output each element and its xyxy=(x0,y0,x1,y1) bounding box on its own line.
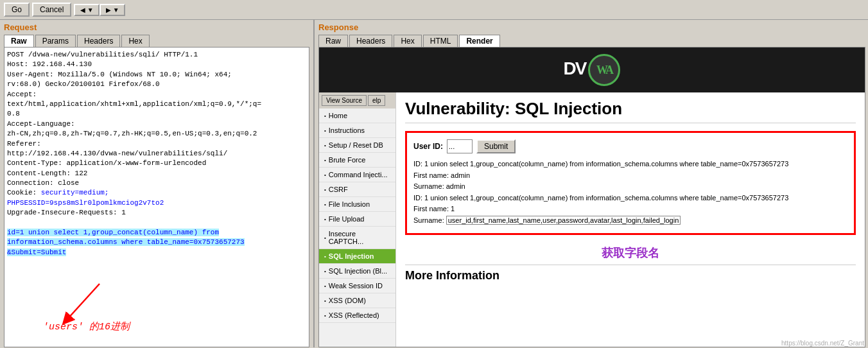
arrow-svg xyxy=(61,281,112,326)
help-button[interactable]: elp xyxy=(368,95,385,106)
nav-item-xss-(dom)[interactable]: •XSS (DOM) xyxy=(319,293,395,308)
surname-highlight: user_id,first_name,last_name,user,passwo… xyxy=(446,216,681,225)
tab-response-render[interactable]: Render xyxy=(459,35,499,47)
tab-response-html[interactable]: HTML xyxy=(423,35,458,47)
svg-line-0 xyxy=(67,284,100,319)
nav-item-xss-(reflected)[interactable]: •XSS (Reflected) xyxy=(319,308,395,323)
response-content: DVWA View Source elp • Home •Instruction… xyxy=(318,47,865,347)
request-text: POST /dvwa-new/vulnerabilities/sqli/ HTT… xyxy=(7,50,306,257)
nav-item-instructions[interactable]: •Instructions xyxy=(319,123,395,138)
tab-response-hex[interactable]: Hex xyxy=(394,35,421,47)
nav-item-sql-injection[interactable]: •SQL Injection xyxy=(319,249,395,264)
nav-item-sql-injection-(bl...[interactable]: •SQL Injection (Bl... xyxy=(319,264,395,279)
nav-buttons: ◀ ▼ ▶ ▼ xyxy=(74,4,125,16)
nav-item-command-injecti...[interactable]: •Command Injecti... xyxy=(319,168,395,182)
view-source-button[interactable]: View Source xyxy=(322,95,367,106)
watermark: https://blog.csdn.net/Z_Grant xyxy=(781,340,864,347)
dvwa-logo: DVWA xyxy=(564,54,621,86)
tab-response-raw[interactable]: Raw xyxy=(318,35,348,47)
request-tabs: Raw Params Headers Hex xyxy=(0,33,313,47)
tab-headers[interactable]: Headers xyxy=(77,35,120,47)
main-container: Request Raw Params Headers Hex POST /dvw… xyxy=(0,20,868,347)
nav-item-csrf[interactable]: •CSRF xyxy=(319,182,395,197)
nav-item-setup-/-reset-db[interactable]: •Setup / Reset DB xyxy=(319,138,395,153)
response-title: Response xyxy=(315,20,868,33)
cancel-button[interactable]: Cancel xyxy=(32,3,71,17)
submit-button[interactable]: Submit xyxy=(476,139,516,153)
annotation-text: 'users' 的16进制 xyxy=(43,320,130,334)
right-panel: Response Raw Headers Hex HTML Render DVW… xyxy=(315,20,868,347)
nav-items-container: •Instructions•Setup / Reset DB•Brute For… xyxy=(319,123,395,323)
nav-item-file-upload[interactable]: •File Upload xyxy=(319,212,395,227)
nav-item-insecure-captch...[interactable]: •Insecure CAPTCH... xyxy=(319,227,395,249)
view-source-bar: View Source elp xyxy=(319,92,396,109)
nav-item-brute-force[interactable]: •Brute Force xyxy=(319,153,395,168)
dvwa-sidebar: View Source elp • Home •Instructions•Set… xyxy=(319,92,396,347)
back-button[interactable]: ◀ ▼ xyxy=(74,4,100,16)
more-info: More Information xyxy=(405,265,856,283)
dvwa-app: View Source elp • Home •Instructions•Set… xyxy=(319,92,865,347)
user-id-label: User ID: xyxy=(413,142,443,151)
toolbar: Go Cancel ◀ ▼ ▶ ▼ xyxy=(0,0,868,20)
tab-response-headers[interactable]: Headers xyxy=(349,35,392,47)
response-tabs: Raw Headers Hex HTML Render xyxy=(315,33,868,47)
tab-raw[interactable]: Raw xyxy=(4,35,34,47)
annotation-bottom: 获取字段名 xyxy=(405,241,856,265)
nav-item-file-inclusion[interactable]: •File Inclusion xyxy=(319,197,395,212)
arrow-annotation: 'users' 的16进制 xyxy=(43,281,130,334)
tab-hex[interactable]: Hex xyxy=(121,35,149,47)
nav-item-weak-session-id[interactable]: •Weak Session ID xyxy=(319,279,395,293)
dvwa-header: DVWA xyxy=(319,48,865,92)
request-content[interactable]: POST /dvwa-new/vulnerabilities/sqli/ HTT… xyxy=(4,47,309,347)
result-text: ID: 1 union select 1,group_concat(column… xyxy=(413,159,847,227)
forward-button[interactable]: ▶ ▼ xyxy=(100,4,125,16)
tab-params[interactable]: Params xyxy=(35,35,76,47)
user-id-input[interactable] xyxy=(447,139,473,153)
go-button[interactable]: Go xyxy=(4,3,30,17)
sqli-box: User ID: Submit ID: 1 union select 1,gro… xyxy=(405,131,856,235)
left-panel: Request Raw Params Headers Hex POST /dvw… xyxy=(0,20,315,347)
vuln-title: Vulnerability: SQL Injection xyxy=(405,99,856,123)
dvwa-main: Vulnerability: SQL Injection User ID: Su… xyxy=(396,92,865,347)
nav-item-home[interactable]: • Home xyxy=(319,109,395,123)
user-id-row: User ID: Submit xyxy=(413,139,847,153)
request-title: Request xyxy=(0,20,313,33)
